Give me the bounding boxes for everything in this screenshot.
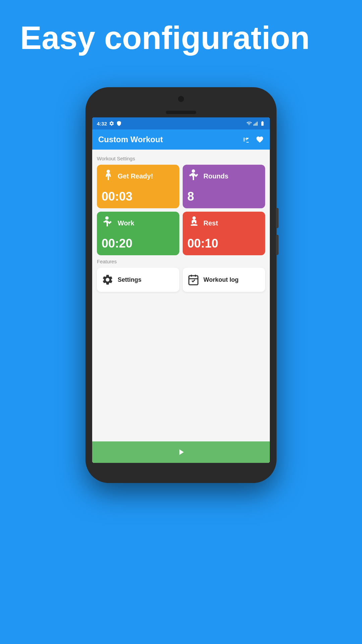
status-icons-right xyxy=(246,121,265,126)
status-bar: 4:32 xyxy=(92,117,270,129)
get-ready-value: 00:03 xyxy=(102,190,175,204)
work-tile[interactable]: Work 00:20 xyxy=(97,212,179,255)
camera xyxy=(178,96,184,102)
battery-icon xyxy=(260,121,265,126)
svg-rect-1 xyxy=(255,123,255,126)
page-title: Easy configuration xyxy=(20,20,310,56)
features-grid: Settings xyxy=(97,268,265,292)
shield-status-icon xyxy=(116,121,122,126)
svg-rect-3 xyxy=(257,122,257,126)
gear-icon xyxy=(102,274,114,286)
rest-icon xyxy=(187,216,201,230)
play-button[interactable] xyxy=(92,441,270,463)
get-ready-tile[interactable]: Get Ready! 00:03 xyxy=(97,165,179,208)
svg-point-6 xyxy=(105,216,109,220)
status-time: 4:32 xyxy=(97,121,107,126)
svg-point-7 xyxy=(192,216,196,220)
rounds-value: 8 xyxy=(187,190,260,204)
power-button xyxy=(276,208,279,228)
svg-point-4 xyxy=(107,170,110,173)
tiles-grid: Get Ready! 00:03 xyxy=(97,165,265,255)
speaker xyxy=(166,111,196,114)
workout-log-label: Workout log xyxy=(203,276,239,283)
phone-body: 4:32 xyxy=(85,87,277,483)
svg-rect-2 xyxy=(256,122,256,125)
heart-icon[interactable] xyxy=(256,136,264,144)
play-icon xyxy=(176,447,186,457)
svg-rect-0 xyxy=(253,124,254,126)
volume-button xyxy=(276,235,279,255)
phone-wrapper: 4:32 xyxy=(85,87,277,483)
workout-log-card[interactable]: Workout log xyxy=(183,268,265,292)
settings-status-icon xyxy=(109,121,114,126)
wifi-icon xyxy=(246,121,252,126)
content: Workout Settings xyxy=(92,150,270,463)
work-title: Work xyxy=(118,219,134,227)
calendar-check-icon xyxy=(187,274,199,286)
phone-screen: 4:32 xyxy=(92,117,270,463)
features-label: Features xyxy=(97,259,265,264)
rounds-icon xyxy=(187,169,201,183)
get-ready-title: Get Ready! xyxy=(118,172,153,180)
rest-value: 00:10 xyxy=(187,236,260,251)
add-list-icon[interactable] xyxy=(242,136,250,144)
workout-settings-label: Workout Settings xyxy=(97,156,265,161)
rounds-title: Rounds xyxy=(203,172,228,180)
signal-icon xyxy=(253,121,258,126)
rest-tile[interactable]: Rest 00:10 xyxy=(183,212,265,255)
rounds-tile[interactable]: Rounds 8 xyxy=(183,165,265,208)
app-bar: Custom Workout xyxy=(92,129,270,150)
svg-point-5 xyxy=(192,169,195,173)
get-ready-icon xyxy=(102,169,115,183)
rest-title: Rest xyxy=(203,219,218,227)
work-icon xyxy=(102,216,115,230)
app-bar-title: Custom Workout xyxy=(98,135,163,144)
settings-card[interactable]: Settings xyxy=(97,268,179,292)
settings-label: Settings xyxy=(118,276,141,283)
work-value: 00:20 xyxy=(102,236,175,251)
app-bar-actions xyxy=(242,136,264,144)
